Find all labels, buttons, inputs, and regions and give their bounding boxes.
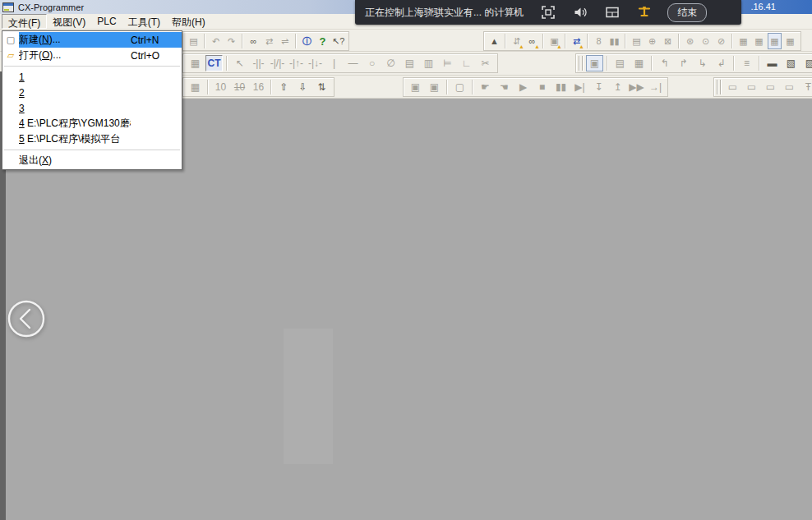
menu-item-exit[interactable]: 退出(X) — [2, 153, 182, 168]
work-online-icon[interactable]: ⇵ — [510, 33, 524, 49]
menu-plc[interactable]: PLC — [91, 14, 122, 29]
move-symbol-icon[interactable]: ↲ — [713, 55, 730, 71]
io-rack2-icon[interactable]: ▦ — [752, 33, 766, 49]
find-icon[interactable]: ∞ — [247, 33, 261, 49]
find-replace-icon[interactable]: ⇄ — [262, 33, 276, 49]
decimal-monitor-icon[interactable]: 10 — [212, 79, 229, 95]
replace-all-icon[interactable]: ⇌ — [278, 33, 292, 49]
new-horizontal-icon[interactable]: — — [344, 55, 362, 71]
pause-icon[interactable]: ▮▮ — [607, 33, 621, 49]
layers-icon[interactable]: ▤ — [611, 55, 629, 71]
grid-numbers-icon[interactable]: ▦ — [187, 55, 204, 71]
address-reference-icon[interactable]: ▨ — [801, 55, 812, 71]
step-in-icon[interactable]: ↧ — [590, 79, 607, 95]
cross-reference-icon[interactable]: ▧ — [782, 55, 800, 71]
hex-monitor-icon[interactable]: 16 — [250, 79, 267, 95]
monitor-mode-icon[interactable]: ∞ — [525, 33, 539, 49]
online-edit-cancel-icon[interactable]: ⊠ — [661, 33, 675, 49]
io-rack4-icon[interactable]: ▦ — [783, 33, 797, 49]
context-help-icon[interactable]: ↖? — [331, 33, 345, 49]
online-edit-icon[interactable]: ▣ — [547, 33, 561, 49]
new-vertical-icon[interactable]: | — [325, 55, 343, 71]
monitor-io-icon[interactable]: ▭ — [781, 79, 798, 95]
toolbar-drag-handle[interactable] — [579, 56, 583, 71]
menu-tools[interactable]: 工具(T) — [122, 14, 166, 29]
file-transfer-icon[interactable] — [636, 4, 653, 21]
step-out-icon[interactable]: ↥ — [609, 79, 626, 95]
save-monitor-icon[interactable]: ▣ — [407, 79, 424, 95]
menu-item-open[interactable]: ▱打开(O)...Ctrl+O — [2, 48, 182, 63]
print-preview-icon[interactable]: ▤ — [187, 33, 201, 49]
delete-tool-icon[interactable]: ✂ — [477, 55, 494, 71]
paste-symbol-icon[interactable]: ↰ — [656, 55, 673, 71]
undo-icon[interactable]: ↶ — [209, 33, 223, 49]
new-fb-invoke-icon[interactable]: ▥ — [420, 55, 437, 71]
continuous-step-icon[interactable]: ▶▶ — [628, 79, 645, 95]
copy-symbol-icon[interactable]: ↱ — [675, 55, 692, 71]
toolbar-drag-handle[interactable] — [717, 80, 721, 94]
rung-comment-icon[interactable]: ▭ — [743, 79, 760, 95]
compare-icon[interactable]: ⇅ — [313, 79, 330, 95]
new-closed-contact-icon[interactable]: -|/|- — [269, 55, 286, 71]
new-coil-icon[interactable]: ○ — [363, 55, 381, 71]
compile-program-icon[interactable]: ▤ — [630, 33, 644, 49]
window-cascade-icon[interactable]: ▣ — [586, 55, 603, 71]
grid-toggle-icon[interactable]: Ŧ — [800, 79, 812, 95]
block-comment-icon[interactable]: ▭ — [762, 79, 779, 95]
stop-simulator-icon[interactable]: ■ — [533, 79, 551, 95]
go-online-edit-icon[interactable]: ⊛ — [683, 33, 697, 49]
menu-item-recent-5[interactable]: 5 E:\PLC程序\模拟平台 — [2, 131, 182, 147]
transfer-program-icon[interactable]: ⇄ — [570, 33, 584, 49]
send-changes-icon[interactable]: ⊙ — [699, 33, 713, 49]
scan-run-icon[interactable]: →| — [647, 79, 664, 95]
new-or-contact-icon[interactable]: -|↑- — [288, 55, 305, 71]
menu-view[interactable]: 视图(V) — [47, 14, 91, 29]
upload-icon[interactable]: ⇧ — [275, 79, 293, 95]
menu-item-recent-1[interactable]: 1 — [2, 69, 182, 85]
menu-item-recent-2[interactable]: 2 — [2, 85, 182, 100]
force-off-icon[interactable]: ☚ — [496, 79, 513, 95]
redo-icon[interactable]: ↷ — [224, 33, 238, 49]
io-comment-view-icon[interactable]: ▦ — [187, 79, 204, 95]
io-rack1-icon[interactable]: ▦ — [736, 33, 750, 49]
print-monitor-icon[interactable]: ▣ — [426, 79, 443, 95]
ladder-editor-icon[interactable]: CT — [205, 55, 223, 71]
online-edit-begin-icon[interactable]: ⊕ — [645, 33, 659, 49]
fb-parameter-icon[interactable]: ⊨ — [439, 55, 456, 71]
menu-file[interactable]: 文件(F) — [2, 14, 47, 29]
select-arrow-icon[interactable]: ↖ — [231, 55, 248, 71]
menu-item-new[interactable]: ▢新建(N)...Ctrl+N — [2, 32, 182, 48]
release-edit-icon[interactable]: ⊘ — [714, 33, 728, 49]
new-window-icon[interactable] — [604, 4, 621, 21]
compile-icon[interactable]: ▲ — [487, 33, 501, 49]
fullscreen-icon[interactable] — [540, 4, 556, 21]
new-or-closed-contact-icon[interactable]: -|↓- — [307, 55, 324, 71]
symbol-list-icon[interactable]: ≡ — [738, 55, 755, 71]
force-on-icon[interactable]: ☛ — [477, 79, 494, 95]
speaker-icon[interactable] — [572, 4, 588, 21]
io-comment1-icon[interactable]: ▭ — [724, 79, 741, 95]
menu-item-label: 1 — [19, 71, 131, 83]
new-instruction-icon[interactable]: ▤ — [401, 55, 418, 71]
help-icon[interactable]: ? — [316, 33, 330, 49]
schedule-icon[interactable]: ▦ — [630, 55, 648, 71]
run-simulator-icon[interactable]: ▶ — [514, 79, 532, 95]
menu-item-recent-4[interactable]: 4 E:\PLC程序\YGM130磨机 — [2, 116, 182, 131]
watch-window-icon[interactable]: ▬ — [764, 55, 781, 71]
corner-icon[interactable]: ∟ — [458, 55, 475, 71]
io-rack3-icon[interactable]: ▦ — [768, 33, 782, 49]
pause-monitor-icon[interactable]: 8 — [592, 33, 606, 49]
monitor-window-icon[interactable]: ▢ — [451, 79, 468, 95]
pause-simulator-icon[interactable]: ▮▮ — [552, 79, 570, 95]
signed-decimal-icon[interactable]: 10 — [231, 79, 248, 95]
new-closed-coil-icon[interactable]: ∅ — [382, 55, 399, 71]
info-icon[interactable]: ⓘ — [300, 33, 314, 49]
new-contact-icon[interactable]: -||- — [250, 55, 267, 71]
menu-item-recent-3[interactable]: 3 — [2, 100, 182, 116]
menu-help[interactable]: 帮助(H) — [166, 14, 211, 29]
back-overlay-button[interactable] — [5, 297, 48, 340]
download-icon[interactable]: ⇩ — [294, 79, 311, 95]
validate-symbol-icon[interactable]: ↳ — [694, 55, 711, 71]
end-session-button[interactable]: 结束 — [667, 3, 707, 22]
step-run-icon[interactable]: ▶| — [571, 79, 588, 95]
